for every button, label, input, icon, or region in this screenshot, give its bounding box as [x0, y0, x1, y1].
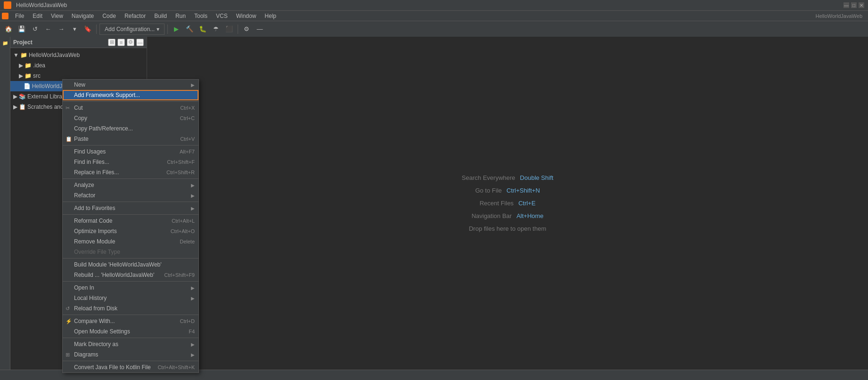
panel-layout-btn[interactable]: ⊞ — [108, 39, 116, 46]
toolbar-profile-btn[interactable]: ⬛ — [223, 24, 235, 35]
tree-src-label: src — [33, 73, 41, 79]
tree-root[interactable]: ▼ 📁 HelloWorldJavaWeb — [10, 50, 147, 60]
ctx-optimize-imports[interactable]: Optimize Imports Ctrl+Alt+O — [63, 226, 198, 236]
ctx-new[interactable]: New ▶ — [63, 80, 198, 90]
ctx-open-module-settings[interactable]: Open Module Settings F4 — [63, 326, 198, 337]
hint-recent-label: Recent Files — [479, 200, 513, 207]
ctx-reformat-shortcut: Ctrl+Alt+L — [172, 218, 195, 224]
ctx-mark-directory[interactable]: Mark Directory as ▶ — [63, 339, 198, 349]
ctx-replace-in-files[interactable]: Replace in Files... Ctrl+Shift+R — [63, 167, 198, 178]
ctx-analyze-label: Analyze — [74, 182, 94, 188]
tree-idea[interactable]: ▶ 📁 .idea — [10, 60, 147, 71]
ctx-add-to-favorites[interactable]: Add to Favorites ▶ — [63, 203, 198, 213]
ctx-remove-module[interactable]: Remove Module Delete — [63, 236, 198, 247]
ctx-mark-directory-label: Mark Directory as — [74, 341, 118, 348]
ctx-find-usages-shortcut: Alt+F7 — [180, 149, 195, 154]
ctx-sep-1 — [63, 101, 198, 102]
ctx-sep-4 — [63, 202, 198, 202]
ctx-refactor-arrow: ▶ — [191, 193, 195, 198]
hint-goto-label: Go to File — [475, 187, 502, 194]
ctx-reformat-code[interactable]: Reformat Code Ctrl+Alt+L — [63, 216, 198, 226]
hint-goto-key: Ctrl+Shift+N — [506, 187, 540, 194]
toolbar-home-btn[interactable]: 🏠 — [3, 24, 14, 35]
panel-collapse-btn[interactable]: ≡ — [117, 39, 125, 46]
toolbar-more-btn[interactable]: — — [254, 24, 265, 35]
ctx-local-history[interactable]: Local History ▶ — [63, 293, 198, 303]
toolbar-settings-btn[interactable]: ⚙ — [241, 24, 252, 35]
ctx-paste[interactable]: 📋 Paste Ctrl+V — [63, 134, 198, 144]
ctx-open-in[interactable]: Open In ▶ — [63, 283, 198, 293]
toolbar-build-btn[interactable]: 🔨 — [184, 24, 195, 35]
add-config-label: Add Configuration... — [105, 26, 155, 32]
ctx-analyze[interactable]: Analyze ▶ — [63, 180, 198, 190]
hint-recent-files: Recent Files Ctrl+E — [479, 200, 536, 207]
toolbar-bookmark-btn[interactable]: 🔖 — [82, 24, 93, 35]
toolbar-refresh-btn[interactable]: ↺ — [29, 24, 41, 35]
ctx-add-framework[interactable]: Add Framework Support... — [63, 90, 198, 100]
ctx-refactor[interactable]: Refactor ▶ — [63, 190, 198, 201]
ctx-paste-label: Paste — [74, 136, 89, 142]
left-strip: 📁 — [0, 37, 10, 370]
add-config-button[interactable]: Add Configuration... ▾ — [99, 24, 165, 35]
ctx-build-module[interactable]: Build Module 'HelloWorldJavaWeb' — [63, 259, 198, 270]
menu-refactor[interactable]: Refactor — [121, 12, 149, 20]
hint-search-everywhere: Search Everywhere Double Shift — [462, 174, 553, 181]
maximize-button[interactable]: □ — [851, 2, 857, 8]
minimize-button[interactable]: — — [843, 2, 849, 8]
reload-icon: ↺ — [66, 306, 70, 312]
ctx-cut[interactable]: ✂ Cut Ctrl+X — [63, 103, 198, 113]
tree-idea-label: .idea — [33, 62, 45, 69]
left-strip-project-btn[interactable]: 📁 — [1, 39, 9, 47]
ctx-sep-7 — [63, 281, 198, 282]
menu-navigate[interactable]: Navigate — [68, 12, 98, 20]
menu-code[interactable]: Code — [99, 12, 120, 20]
ctx-convert-java[interactable]: Convert Java File to Kotlin File Ctrl+Al… — [63, 362, 198, 372]
app-title-center: HelloWorldJavaWeb — [816, 13, 862, 19]
title-bar-title: HelloWorldJavaWeb — [16, 2, 67, 8]
ctx-sep-10 — [63, 361, 198, 361]
ctx-reload-label: Reload from Disk — [74, 305, 117, 312]
main-area: 📁 Project ⊞ ≡ ⚙ — ▼ 📁 HelloWorldJavaWeb … — [0, 37, 868, 370]
menu-edit[interactable]: Edit — [29, 12, 46, 20]
menu-help[interactable]: Help — [261, 12, 280, 20]
toolbar-sep-2 — [167, 24, 168, 34]
ctx-find-in-files[interactable]: Find in Files... Ctrl+Shift+F — [63, 157, 198, 167]
ctx-find-usages[interactable]: Find Usages Alt+F7 — [63, 146, 198, 157]
ctx-open-in-arrow: ▶ — [191, 285, 195, 291]
ctx-replace-in-files-label: Replace in Files... — [74, 169, 119, 176]
toolbar-sep-1 — [96, 24, 97, 34]
menu-run[interactable]: Run — [172, 12, 190, 20]
ctx-copy[interactable]: Copy Ctrl+C — [63, 113, 198, 123]
ctx-add-framework-label: Add Framework Support... — [74, 92, 140, 98]
toolbar-run-config-dropdown[interactable]: ▾ — [69, 24, 80, 35]
menu-view[interactable]: View — [47, 12, 67, 20]
ctx-build-module-label: Build Module 'HelloWorldJavaWeb' — [74, 261, 162, 268]
ctx-reload-from-disk[interactable]: ↺ Reload from Disk — [63, 303, 198, 314]
close-button[interactable]: ✕ — [859, 2, 864, 8]
toolbar-back-btn[interactable]: ← — [42, 24, 54, 35]
hint-nav-key: Alt+Home — [516, 212, 543, 219]
ctx-override-file-type: Override File Type — [63, 247, 198, 257]
context-menu: New ▶ Add Framework Support... ✂ Cut Ctr… — [62, 79, 199, 373]
hint-nav-bar: Navigation Bar Alt+Home — [471, 212, 544, 219]
panel-close-btn[interactable]: — — [136, 39, 144, 46]
toolbar-coverage-btn[interactable]: ☂ — [210, 24, 222, 35]
menu-build[interactable]: Build — [150, 12, 171, 20]
menu-file[interactable]: File — [11, 12, 28, 20]
toolbar-forward-btn[interactable]: → — [56, 24, 67, 35]
toolbar-run-btn[interactable]: ▶ — [171, 24, 182, 35]
ctx-copy-path[interactable]: Copy Path/Reference... — [63, 123, 198, 134]
ctx-rebuild[interactable]: Rebuild ... 'HelloWorldJavaWeb' Ctrl+Shi… — [63, 270, 198, 280]
ctx-cut-label: Cut — [74, 105, 83, 111]
menu-tools[interactable]: Tools — [190, 12, 211, 20]
ctx-diagrams[interactable]: ⊞ Diagrams ▶ — [63, 349, 198, 360]
toolbar-save-btn[interactable]: 💾 — [16, 24, 27, 35]
toolbar-debug-btn[interactable]: 🐛 — [197, 24, 208, 35]
panel-filter-btn[interactable]: ⚙ — [127, 39, 134, 46]
ctx-local-history-label: Local History — [74, 295, 107, 301]
ctx-compare-with[interactable]: ⚡ Compare With... Ctrl+D — [63, 316, 198, 326]
ctx-remove-shortcut: Delete — [180, 239, 195, 244]
scratches-icon: 📋 — [19, 104, 26, 110]
menu-vcs[interactable]: VCS — [212, 12, 231, 20]
menu-window[interactable]: Window — [232, 12, 260, 20]
